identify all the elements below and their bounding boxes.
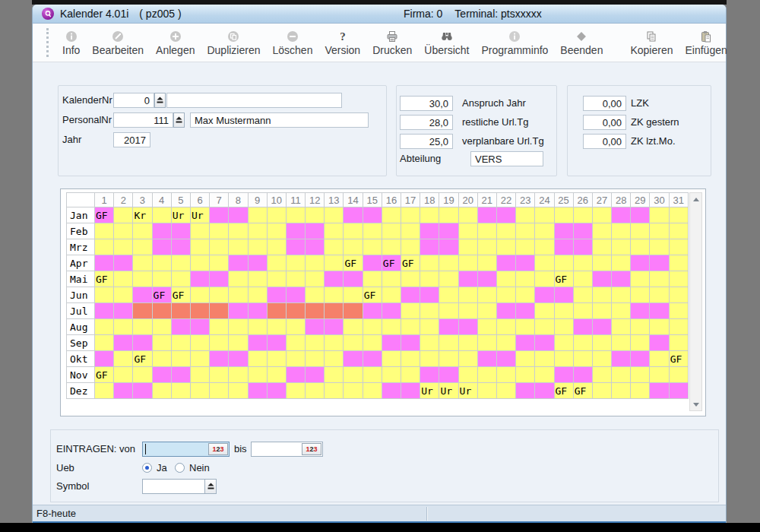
day-cell[interactable]	[420, 367, 439, 383]
day-cell[interactable]	[152, 367, 171, 383]
lzk-field[interactable]	[583, 96, 626, 111]
day-cell[interactable]	[420, 239, 439, 255]
day-cell[interactable]	[382, 351, 401, 367]
day-cell[interactable]	[496, 271, 515, 287]
day-cell[interactable]	[477, 383, 496, 399]
day-cell[interactable]	[592, 383, 611, 399]
day-cell[interactable]	[631, 271, 650, 287]
day-cell[interactable]	[363, 335, 382, 351]
day-cell[interactable]	[669, 223, 688, 239]
day-cell[interactable]	[612, 255, 631, 271]
day-cell[interactable]	[229, 335, 248, 351]
day-cell[interactable]	[650, 367, 669, 383]
day-cell[interactable]	[248, 271, 267, 287]
day-cell[interactable]	[267, 223, 286, 239]
day-cell[interactable]	[382, 271, 401, 287]
day-cell[interactable]	[535, 303, 554, 319]
day-cell[interactable]	[669, 287, 688, 303]
day-cell[interactable]	[210, 223, 229, 239]
restliche-urltg-field[interactable]	[400, 115, 453, 130]
day-cell[interactable]	[439, 367, 458, 383]
day-cell[interactable]	[286, 287, 305, 303]
day-cell[interactable]	[344, 383, 363, 399]
bis-datepicker-button[interactable]: 123	[302, 443, 321, 455]
day-cell[interactable]	[516, 207, 535, 223]
day-cell[interactable]	[382, 239, 401, 255]
day-cell[interactable]	[401, 383, 420, 399]
day-cell[interactable]	[95, 383, 114, 399]
day-cell[interactable]	[401, 287, 420, 303]
day-cell[interactable]	[325, 287, 344, 303]
day-cell[interactable]	[516, 255, 535, 271]
day-cell[interactable]	[114, 239, 133, 255]
day-cell[interactable]	[325, 351, 344, 367]
day-cell[interactable]	[612, 383, 631, 399]
day-cell[interactable]	[363, 367, 382, 383]
day-cell[interactable]	[420, 319, 439, 335]
day-cell[interactable]	[554, 287, 573, 303]
day-cell[interactable]	[210, 287, 229, 303]
day-cell[interactable]	[152, 255, 171, 271]
day-cell[interactable]	[458, 319, 477, 335]
scroll-down-icon[interactable]	[690, 398, 701, 410]
day-cell[interactable]	[152, 319, 171, 335]
day-cell[interactable]	[516, 239, 535, 255]
day-cell[interactable]	[171, 303, 190, 319]
day-cell[interactable]	[477, 207, 496, 223]
verplanbare-urltg-field[interactable]	[400, 134, 453, 149]
day-cell[interactable]	[401, 351, 420, 367]
day-cell[interactable]	[95, 303, 114, 319]
day-cell[interactable]	[420, 223, 439, 239]
day-cell[interactable]	[229, 207, 248, 223]
day-cell[interactable]	[612, 319, 631, 335]
day-cell[interactable]	[306, 351, 325, 367]
day-cell[interactable]	[133, 239, 152, 255]
day-cell[interactable]	[229, 223, 248, 239]
day-cell[interactable]	[286, 207, 305, 223]
day-cell[interactable]	[363, 319, 382, 335]
day-cell[interactable]	[669, 207, 688, 223]
day-cell[interactable]	[401, 335, 420, 351]
day-cell[interactable]	[133, 383, 152, 399]
day-cell[interactable]: GF	[382, 255, 401, 271]
day-cell[interactable]	[535, 271, 554, 287]
day-cell[interactable]	[650, 271, 669, 287]
day-cell[interactable]	[573, 351, 592, 367]
day-cell[interactable]	[612, 271, 631, 287]
einfuegen-button[interactable]: Einfügen	[685, 30, 727, 56]
day-cell[interactable]: GF	[573, 383, 592, 399]
day-cell[interactable]	[171, 223, 190, 239]
day-cell[interactable]	[229, 287, 248, 303]
day-cell[interactable]	[210, 255, 229, 271]
day-cell[interactable]	[669, 255, 688, 271]
day-cell[interactable]	[286, 383, 305, 399]
day-cell[interactable]	[114, 319, 133, 335]
day-cell[interactable]	[363, 207, 382, 223]
day-cell[interactable]	[344, 271, 363, 287]
day-cell[interactable]	[267, 367, 286, 383]
day-cell[interactable]	[535, 383, 554, 399]
day-cell[interactable]	[171, 367, 190, 383]
day-cell[interactable]	[229, 271, 248, 287]
day-cell[interactable]	[114, 383, 133, 399]
day-cell[interactable]	[190, 287, 209, 303]
day-cell[interactable]	[496, 255, 515, 271]
day-cell[interactable]	[631, 223, 650, 239]
day-cell[interactable]	[95, 351, 114, 367]
day-cell[interactable]	[171, 319, 190, 335]
day-cell[interactable]	[516, 223, 535, 239]
day-cell[interactable]	[420, 303, 439, 319]
day-cell[interactable]	[344, 223, 363, 239]
day-cell[interactable]	[573, 335, 592, 351]
day-cell[interactable]	[267, 271, 286, 287]
day-cell[interactable]	[401, 239, 420, 255]
day-cell[interactable]	[286, 239, 305, 255]
day-cell[interactable]	[248, 207, 267, 223]
day-cell[interactable]: GF	[95, 207, 114, 223]
day-cell[interactable]	[612, 351, 631, 367]
symbol-dropdown-spinner[interactable]	[204, 479, 217, 494]
day-cell[interactable]	[420, 287, 439, 303]
day-cell[interactable]: Kr	[133, 207, 152, 223]
day-cell[interactable]	[229, 383, 248, 399]
day-cell[interactable]	[325, 303, 344, 319]
